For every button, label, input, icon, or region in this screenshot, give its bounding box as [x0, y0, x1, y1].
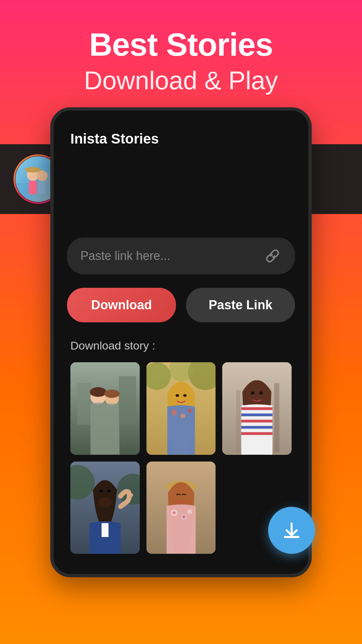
story-thumb-1[interactable]	[70, 362, 140, 455]
phone-header: Inista Stories	[54, 124, 308, 157]
svg-point-52	[259, 391, 263, 394]
phone-content: Paste link here... Download Paste Link D…	[54, 237, 308, 554]
url-input-bar[interactable]: Paste link here...	[67, 237, 295, 274]
svg-point-35	[90, 387, 107, 397]
svg-rect-5	[38, 181, 46, 194]
svg-point-51	[251, 391, 255, 394]
buttons-row: Download Paste Link	[67, 288, 295, 322]
svg-point-76	[182, 516, 185, 518]
svg-rect-53	[241, 407, 273, 410]
svg-rect-7	[29, 167, 37, 171]
story-thumb-4[interactable]	[70, 462, 140, 554]
svg-point-42	[175, 394, 179, 397]
svg-point-46	[188, 409, 192, 413]
svg-rect-56	[241, 426, 273, 429]
svg-rect-67	[102, 523, 109, 537]
download-button[interactable]: Download	[67, 288, 176, 322]
story-thumb-5[interactable]	[146, 462, 216, 554]
svg-point-75	[173, 511, 175, 514]
svg-rect-31	[77, 383, 91, 425]
svg-point-66	[129, 493, 133, 497]
svg-rect-3	[29, 181, 37, 194]
svg-rect-49	[236, 390, 240, 452]
paste-link-button[interactable]: Paste Link	[186, 288, 295, 322]
svg-point-62	[98, 497, 112, 507]
link-icon	[263, 247, 282, 265]
download-story-label: Download story :	[70, 339, 292, 352]
svg-point-64	[107, 489, 111, 492]
svg-point-45	[180, 414, 185, 418]
hero-subtitle: Download & Play	[0, 66, 362, 95]
svg-rect-48	[274, 383, 279, 452]
phone-mockup: Inista Stories Paste link here... Downlo…	[50, 107, 312, 577]
svg-point-44	[171, 410, 177, 415]
svg-point-63	[100, 489, 103, 492]
hero-section: Best Stories Download & Play	[0, 0, 362, 95]
svg-point-74	[187, 509, 192, 514]
story-thumb-3[interactable]	[222, 362, 292, 455]
story-grid	[70, 362, 292, 554]
url-placeholder: Paste link here...	[80, 249, 170, 263]
svg-rect-32	[119, 376, 136, 424]
svg-rect-55	[241, 420, 273, 422]
svg-rect-54	[241, 414, 273, 416]
svg-rect-57	[241, 432, 273, 435]
hero-title: Best Stories	[0, 27, 362, 62]
app-title: Inista Stories	[70, 131, 159, 147]
svg-point-43	[183, 394, 186, 397]
svg-point-4	[37, 170, 48, 181]
story-thumb-2[interactable]	[146, 362, 216, 455]
fab-download-button[interactable]	[268, 507, 315, 554]
svg-point-36	[104, 390, 119, 398]
